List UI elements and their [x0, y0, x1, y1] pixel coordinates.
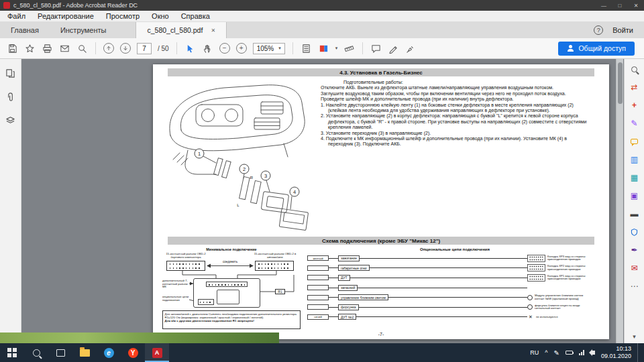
- search-icon[interactable]: [76, 43, 88, 54]
- search-icon: [33, 349, 40, 357]
- edge-browser-button[interactable]: e: [97, 343, 121, 362]
- menu-edit[interactable]: Редактирование: [32, 12, 100, 20]
- rail-scroll-down-icon[interactable]: ▾: [633, 333, 636, 340]
- minimize-button-icon[interactable]: —: [596, 0, 612, 11]
- edit-pdf-icon[interactable]: ✎: [628, 118, 641, 129]
- star-icon[interactable]: [24, 43, 36, 54]
- chevron-down-icon[interactable]: ▾: [335, 46, 338, 51]
- left-nav-rail: [0, 59, 21, 343]
- callout-2: 2: [243, 166, 246, 172]
- display-mode-icon[interactable]: [318, 43, 329, 54]
- combine-files-icon[interactable]: ▥: [628, 154, 641, 165]
- sign-in-button[interactable]: Войти: [612, 26, 633, 34]
- compress-pdf-icon[interactable]: ▣: [628, 190, 641, 201]
- page-number-input[interactable]: [137, 43, 152, 54]
- zoom-out-icon[interactable]: −: [219, 43, 230, 54]
- help-icon[interactable]: ?: [594, 25, 603, 35]
- sign-tool-icon[interactable]: [405, 43, 417, 54]
- guide-letter-l: L: [237, 203, 239, 207]
- close-button-icon[interactable]: ✕: [628, 0, 644, 11]
- layers-icon[interactable]: [5, 115, 15, 128]
- pdf-page: 4.3. Установка в Газель-Бизнес: [153, 64, 609, 339]
- volume-icon[interactable]: [592, 351, 595, 355]
- fill-sign-icon[interactable]: ✒: [628, 245, 641, 255]
- comment-icon[interactable]: [628, 136, 641, 147]
- share-button[interactable]: Общий доступ: [558, 42, 635, 56]
- windows-ink-icon[interactable]: ✎: [554, 349, 559, 357]
- vertical-scrollbar[interactable]: [616, 59, 623, 343]
- main-toolbar: / 50 − + 105% ▾ ▾ Общий доступ: [0, 38, 644, 59]
- page-view-icon[interactable]: [301, 43, 312, 54]
- export-pdf-icon[interactable]: ⇄: [628, 82, 641, 93]
- save-icon[interactable]: [7, 43, 18, 54]
- optional-circuits-label: опциональные цепи подключения: [162, 296, 189, 302]
- circuit-label: габаритные огни: [338, 265, 370, 271]
- circuit-row: желтый зажигание Колодка XP3 вид со стор…: [307, 253, 602, 263]
- task-view-button[interactable]: [48, 343, 72, 362]
- send-signature-icon[interactable]: ✉: [628, 263, 641, 274]
- install-step: 3. Установите переходник (3) в направляю…: [321, 131, 593, 136]
- folder-icon: [80, 349, 90, 357]
- redact-icon[interactable]: ▬: [628, 208, 641, 219]
- clock-time: 10:13: [601, 345, 631, 353]
- file-explorer-button[interactable]: [72, 343, 97, 362]
- maximize-button-icon[interactable]: □: [612, 0, 628, 11]
- circuit-row: синий ДУТ №2 ✕ не используются: [307, 312, 602, 322]
- mk-main-connector: [206, 282, 248, 287]
- menu-window[interactable]: Окно: [146, 12, 175, 20]
- previous-page-icon[interactable]: [103, 43, 114, 54]
- menu-view[interactable]: Просмотр: [100, 12, 146, 20]
- tab-home[interactable]: Главная: [0, 22, 50, 38]
- connector-annotation: форсунка ближняя опция на входе сигнальн…: [535, 304, 588, 310]
- circuit-row: ДУТ Колодка XP1 вид со стороны присоедин…: [307, 273, 602, 283]
- contact-symbol: [527, 295, 533, 300]
- tab-bar: Главная Инструменты c_580_cl_580.pdf ✕ ?…: [0, 22, 644, 38]
- clock-date: 09.01.2020: [601, 353, 631, 360]
- acrobat-app-icon: [3, 2, 10, 9]
- wire-color-box: желтый: [307, 255, 329, 261]
- measure-tool-icon[interactable]: [343, 43, 355, 54]
- menu-file[interactable]: Файл: [1, 12, 32, 20]
- instructions-text: Подготовительные работы: Отключите АКБ. …: [321, 80, 593, 147]
- language-indicator[interactable]: RU: [530, 349, 539, 356]
- protect-icon[interactable]: [628, 227, 641, 237]
- taskbar-search-button[interactable]: [24, 343, 48, 362]
- connector-annotation: Колодка XP1 вид со стороны присоединения…: [547, 275, 601, 281]
- email-icon[interactable]: [59, 43, 70, 54]
- tab-tools[interactable]: Инструменты: [50, 22, 117, 38]
- show-desktop-button[interactable]: [637, 343, 640, 362]
- tab-close-icon[interactable]: ✕: [211, 27, 215, 34]
- mk-7pin-connector: [198, 299, 214, 305]
- install-step: 2. Установите направляющие (2) в корпус …: [321, 113, 593, 130]
- zoom-level-select[interactable]: 105% ▾: [253, 43, 285, 54]
- next-page-icon[interactable]: [120, 43, 131, 54]
- organize-pages-icon[interactable]: ▦: [628, 172, 641, 183]
- dashboard-drawing: 1 2 3 4 R L: [158, 78, 317, 235]
- highlight-tool-icon[interactable]: [388, 43, 399, 54]
- page-thumbnails-icon[interactable]: [5, 68, 15, 81]
- content-area: 4.3. Установка в Газель-Бизнес: [0, 59, 644, 343]
- acrobat-reader-button[interactable]: A: [145, 343, 169, 362]
- start-button[interactable]: [0, 343, 24, 362]
- more-tools-icon[interactable]: ⋯: [628, 281, 641, 292]
- print-icon[interactable]: [42, 43, 53, 54]
- connector-annotation: Колодка XP3 вид со стороны присоединения…: [547, 255, 601, 261]
- battery-icon[interactable]: [566, 351, 573, 355]
- network-icon[interactable]: [579, 350, 584, 355]
- hand-tool-icon[interactable]: [202, 43, 213, 54]
- schema-header: Схема подключения (кроме ЭБУ "Микас 12"): [168, 237, 594, 245]
- toolbar-separator: [95, 42, 96, 54]
- yandex-browser-button[interactable]: Y: [121, 343, 145, 362]
- tray-chevron-up-icon[interactable]: ^: [545, 349, 547, 356]
- zoom-in-icon[interactable]: +: [236, 43, 247, 54]
- scrollbar-thumb[interactable]: [618, 62, 623, 104]
- comment-tool-icon[interactable]: [370, 43, 382, 54]
- create-pdf-icon[interactable]: +: [628, 100, 641, 111]
- taskbar-clock[interactable]: 10:13 09.01.2020: [601, 345, 631, 361]
- select-tool-icon[interactable]: [184, 43, 196, 54]
- connection-schema: Минимальное подключение 15-контактный ра…: [162, 247, 602, 330]
- attachments-icon[interactable]: [5, 92, 15, 105]
- menu-help[interactable]: Справка: [175, 12, 216, 20]
- tab-document[interactable]: c_580_cl_580.pdf ✕: [136, 22, 227, 38]
- search-tools-icon[interactable]: [628, 64, 641, 74]
